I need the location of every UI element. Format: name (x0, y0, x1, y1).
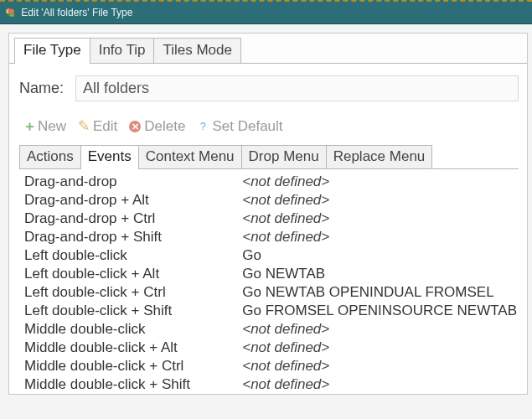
table-row[interactable]: Drag-and-drop + Alt<not defined> (23, 191, 519, 210)
toolbar: ＋ New ✎ Edit ✕ Delete ? Set Default (19, 118, 519, 145)
outer-tab-strip: File Type Info Tip Tiles Mode (9, 34, 527, 63)
event-name: Drag-and-drop (23, 173, 240, 191)
event-action: Go (240, 246, 519, 265)
events-pane: Drag-and-drop<not defined>Drag-and-drop … (19, 168, 519, 394)
event-action: <not defined> (240, 375, 519, 394)
set-default-button[interactable]: ? Set Default (197, 118, 282, 135)
inner-tab-strip: Actions Events Context Menu Drop Menu Re… (19, 145, 519, 168)
inner-tab-context-menu[interactable]: Context Menu (138, 145, 242, 168)
outer-tab-body: Name: ＋ New ✎ Edit ✕ Delete ? Set Defaul… (9, 63, 527, 394)
table-row[interactable]: Left double-click + CtrlGo NEWTAB OPENIN… (23, 283, 519, 302)
pencil-icon: ✎ (78, 121, 90, 132)
name-row: Name: (19, 75, 519, 101)
name-input[interactable] (75, 75, 519, 101)
event-action: <not defined> (240, 210, 519, 228)
plus-icon: ＋ (23, 121, 34, 132)
help-icon: ? (197, 121, 209, 132)
event-action: <not defined> (240, 339, 519, 357)
tab-label: Actions (27, 148, 74, 164)
event-name: Left double-click + Alt (23, 265, 240, 283)
event-name: Left double-click + Ctrl (23, 283, 240, 302)
delete-button[interactable]: ✕ Delete (129, 118, 185, 135)
new-button[interactable]: ＋ New (23, 118, 66, 135)
inner-tab-events[interactable]: Events (80, 145, 139, 169)
table-row[interactable]: Left double-clickGo (23, 246, 519, 265)
name-label: Name: (19, 80, 64, 97)
window-titlebar: Edit 'All folders' File Type (0, 0, 532, 24)
event-name: Drag-and-drop + Alt (23, 191, 240, 210)
event-name: Middle double-click + Shift (23, 375, 240, 394)
event-action: <not defined> (240, 228, 519, 246)
table-row[interactable]: Left double-click + AltGo NEWTAB (23, 265, 519, 283)
tab-label: Replace Menu (333, 148, 426, 164)
event-name: Drag-and-drop + Ctrl (23, 210, 240, 228)
tab-label: Tiles Mode (163, 42, 232, 58)
event-name: Left double-click + Shift (23, 302, 240, 320)
client-area: File Type Info Tip Tiles Mode Name: ＋ Ne… (8, 33, 528, 395)
delete-icon: ✕ (129, 121, 141, 132)
event-action: Go NEWTAB OPENINDUAL FROMSEL (240, 283, 519, 302)
tab-file-type[interactable]: File Type (14, 38, 90, 64)
inner-tab-actions[interactable]: Actions (19, 145, 81, 168)
event-action: <not defined> (240, 320, 519, 339)
window-title: Edit 'All folders' File Type (21, 7, 132, 18)
table-row[interactable]: Drag-and-drop + Shift<not defined> (23, 228, 519, 246)
table-row[interactable]: Drag-and-drop + Ctrl<not defined> (23, 210, 519, 228)
event-action: <not defined> (240, 191, 519, 210)
table-row[interactable]: Middle double-click + Ctrl<not defined> (23, 357, 519, 375)
table-row[interactable]: Left double-click + ShiftGo FROMSEL OPEN… (23, 302, 519, 320)
events-table: Drag-and-drop<not defined>Drag-and-drop … (23, 173, 519, 394)
event-name: Middle double-click (23, 320, 240, 339)
svg-point-2 (9, 8, 15, 14)
event-name: Middle double-click + Ctrl (23, 357, 240, 375)
tab-label: File Type (23, 42, 81, 58)
table-row[interactable]: Drag-and-drop<not defined> (23, 173, 519, 191)
table-row[interactable]: Middle double-click + Shift<not defined> (23, 375, 519, 394)
table-row[interactable]: Middle double-click<not defined> (23, 320, 519, 339)
event-name: Left double-click (23, 246, 240, 265)
app-icon (5, 3, 15, 13)
edit-button-label: Edit (93, 118, 117, 135)
tab-info-tip[interactable]: Info Tip (90, 38, 155, 63)
table-row[interactable]: Middle double-click + Alt<not defined> (23, 339, 519, 357)
event-action: Go FROMSEL OPENINSOURCE NEWTAB (240, 302, 519, 320)
event-action: <not defined> (240, 357, 519, 375)
edit-button[interactable]: ✎ Edit (78, 118, 117, 135)
tab-label: Info Tip (99, 42, 146, 58)
event-action: <not defined> (240, 173, 519, 191)
inner-tab-drop-menu[interactable]: Drop Menu (241, 145, 327, 168)
tab-label: Context Menu (146, 148, 235, 164)
event-name: Drag-and-drop + Shift (23, 228, 240, 246)
tab-label: Drop Menu (249, 148, 319, 164)
event-action: Go NEWTAB (240, 265, 519, 283)
delete-button-label: Delete (144, 118, 185, 135)
new-button-label: New (38, 118, 66, 135)
tab-label: Events (88, 148, 132, 164)
set-default-button-label: Set Default (212, 118, 282, 135)
tab-tiles-mode[interactable]: Tiles Mode (153, 38, 241, 63)
inner-tab-replace-menu[interactable]: Replace Menu (326, 145, 433, 168)
event-name: Middle double-click + Alt (23, 339, 240, 357)
